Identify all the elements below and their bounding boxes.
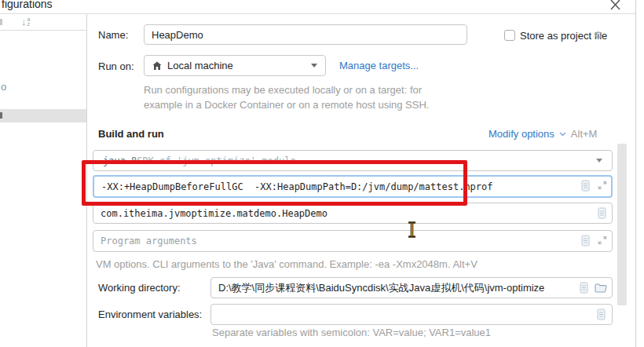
run-debug-configurations-dialog: figurations ↓ a z o Name: Store as proje… — [0, 0, 644, 347]
jdk-description: SDK of 'jvm-optimize' module — [137, 155, 295, 166]
run-on-help-line1: Run configurations may be executed local… — [144, 84, 422, 96]
expand-field-icon[interactable] — [598, 181, 607, 190]
store-as-project-file-checkbox[interactable] — [504, 30, 515, 41]
run-on-dropdown[interactable]: Local machine — [144, 55, 326, 76]
environment-variables-input[interactable] — [210, 304, 613, 325]
environment-variables-help: Separate variables with semicolon: VAR=v… — [212, 327, 491, 338]
chevron-down-icon — [311, 64, 317, 68]
vm-options-help: VM options. CLI arguments to the 'Java' … — [96, 258, 478, 270]
vm-options-input[interactable] — [93, 175, 613, 198]
macros-icon[interactable] — [597, 309, 606, 320]
build-and-run-heading: Build and run — [98, 128, 164, 140]
modify-options-link[interactable]: Modify options — [488, 128, 554, 140]
header-divider — [0, 13, 636, 14]
expand-field-icon[interactable] — [598, 236, 607, 245]
manage-targets-link[interactable]: Manage targets... — [339, 60, 419, 71]
modify-options-shortcut: Alt+M — [571, 128, 598, 140]
sort-alphabetically-icon[interactable]: ↓ a z — [21, 16, 30, 27]
chevron-down-icon — [596, 159, 602, 163]
browse-folder-icon[interactable] — [595, 283, 607, 293]
sidebar-item-selected[interactable] — [0, 109, 86, 122]
jdk-dropdown[interactable]: java 8 SDK of 'jvm-optimize' module — [93, 150, 613, 171]
toolbar-icon-fragment — [0, 19, 2, 25]
jdk-name: java 8 — [103, 155, 137, 166]
sidebar-item-partial[interactable]: o — [1, 81, 6, 93]
chevron-down-icon — [559, 132, 566, 137]
store-settings-gear-icon[interactable]: ⚙ — [594, 30, 603, 40]
working-directory-input[interactable] — [210, 277, 613, 298]
dialog-right-border — [635, 0, 636, 347]
name-label: Name: — [98, 29, 128, 41]
sidebar-divider — [86, 13, 87, 347]
sidebar-toolbar-divider — [0, 30, 86, 31]
main-class-input[interactable] — [93, 203, 613, 224]
home-icon — [152, 61, 162, 71]
run-on-label: Run on: — [98, 60, 134, 72]
scrollbar-thumb[interactable] — [617, 144, 627, 305]
name-input[interactable] — [144, 24, 467, 45]
macros-icon[interactable] — [581, 180, 590, 192]
program-arguments-input[interactable] — [93, 230, 613, 252]
macros-icon[interactable] — [581, 235, 590, 247]
working-directory-label: Working directory: — [98, 282, 181, 294]
run-on-help-line2: example in a Docker Container or on a re… — [144, 99, 429, 111]
macros-icon[interactable] — [580, 282, 588, 294]
modify-options-group: Modify options Alt+M — [488, 128, 597, 140]
close-icon[interactable] — [609, 0, 621, 11]
run-on-value: Local machine — [167, 60, 233, 71]
sidebar-item-fragment — [0, 112, 2, 119]
dialog-title: figurations — [2, 0, 53, 10]
ibeam-cursor — [407, 221, 417, 238]
macros-icon[interactable] — [598, 207, 606, 219]
environment-variables-label: Environment variables: — [98, 309, 202, 320]
